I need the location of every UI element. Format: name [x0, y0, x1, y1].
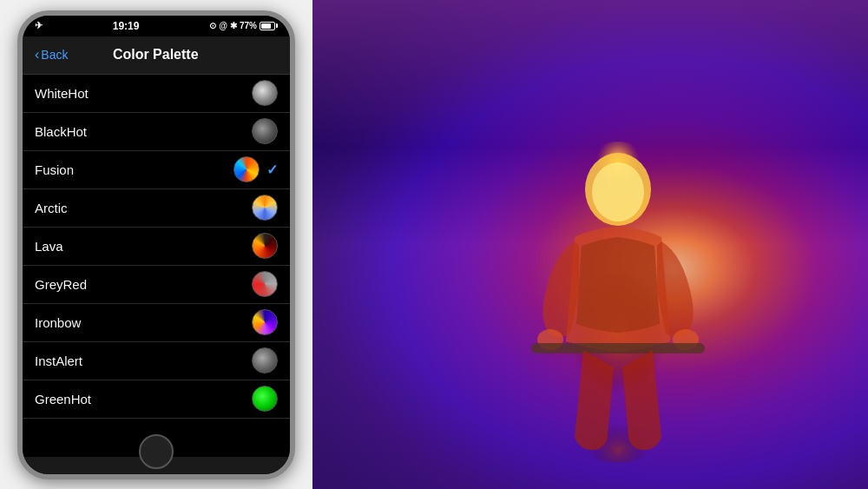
palette-icon-lava [252, 233, 278, 259]
palette-item-arctic[interactable]: Arctic [23, 189, 290, 228]
palette-label-greyred: GreyRed [35, 277, 252, 292]
battery-fill [261, 23, 271, 29]
status-time: 19:19 [113, 20, 140, 32]
palette-icon-greyred [252, 271, 278, 297]
palette-icon-whitehot [252, 80, 278, 106]
location-icon: ⊙ [209, 21, 216, 30]
status-bar: ✈ 19:19 ⊙ @ ✱ 77% [23, 16, 290, 36]
battery-tip [276, 23, 278, 28]
back-button[interactable]: ‹ Back [35, 47, 68, 63]
thermal-panel [312, 0, 868, 489]
nav-bar: ‹ Back Color Palette [23, 36, 290, 75]
palette-list: WhiteHotBlackHotFusion✓ArcticLavaGreyRed… [23, 75, 290, 457]
palette-icon-blackhot [252, 118, 278, 144]
battery-percent: 77% [240, 21, 257, 30]
svg-point-5 [592, 162, 644, 221]
home-button[interactable] [139, 434, 174, 469]
status-left: ✈ [35, 20, 43, 31]
person-silhouette [479, 124, 757, 489]
palette-label-whitehot: WhiteHot [35, 86, 252, 101]
palette-item-blackhot[interactable]: BlackHot [23, 113, 290, 151]
bluetooth-icon: ✱ [230, 21, 237, 30]
selected-checkmark: ✓ [266, 162, 278, 178]
phone-device: ✈ 19:19 ⊙ @ ✱ 77% ‹ Back [17, 10, 295, 479]
palette-label-instalert: InstAlert [35, 354, 252, 368]
palette-icon-instalert [252, 347, 278, 373]
phone-panel: ✈ 19:19 ⊙ @ ✱ 77% ‹ Back [0, 0, 312, 489]
back-label: Back [41, 48, 68, 62]
chevron-left-icon: ‹ [35, 47, 39, 63]
palette-item-lava[interactable]: Lava [23, 228, 290, 266]
palette-item-ironbow[interactable]: Ironbow [23, 304, 290, 342]
palette-icon-arctic [252, 195, 278, 221]
palette-label-blackhot: BlackHot [35, 124, 252, 139]
palette-label-arctic: Arctic [35, 201, 252, 215]
palette-label-greenhot: GreenHot [35, 392, 252, 406]
airplane-icon: ✈ [35, 20, 43, 31]
wifi-icon: @ [219, 21, 227, 30]
status-right: ⊙ @ ✱ 77% [209, 21, 278, 30]
palette-icon-greenhot [252, 386, 278, 412]
palette-item-greenhot[interactable]: GreenHot [23, 380, 290, 419]
palette-icon-ironbow [252, 309, 278, 335]
thermal-background [312, 0, 868, 489]
palette-item-fusion[interactable]: Fusion✓ [23, 151, 290, 189]
palette-label-ironbow: Ironbow [35, 315, 252, 330]
home-bar [23, 457, 290, 474]
palette-icon-fusion [233, 156, 260, 182]
battery-body [260, 22, 275, 30]
palette-item-greyred[interactable]: GreyRed [23, 266, 290, 304]
battery-icon [260, 22, 278, 30]
palette-item-whitehot[interactable]: WhiteHot [23, 75, 290, 113]
palette-label-lava: Lava [35, 239, 252, 254]
svg-rect-8 [531, 343, 705, 354]
nav-title: Color Palette [68, 47, 243, 63]
palette-item-instalert[interactable]: InstAlert [23, 342, 290, 380]
palette-label-fusion: Fusion [35, 162, 233, 177]
